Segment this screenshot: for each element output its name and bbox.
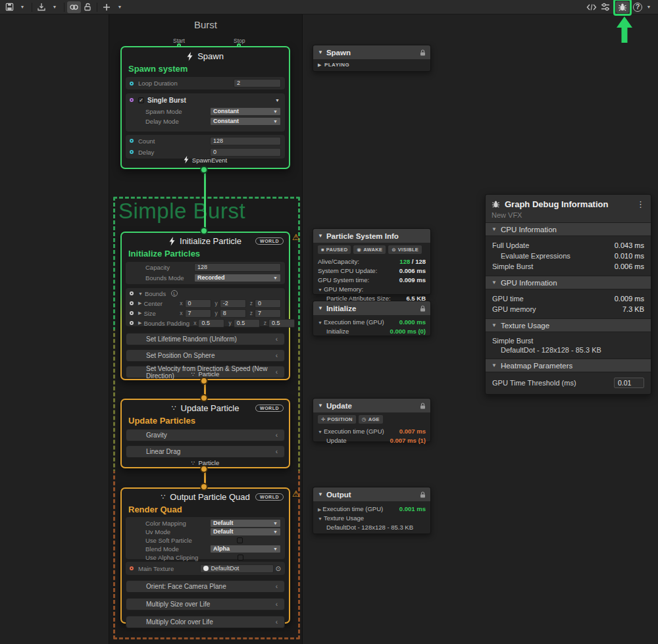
use-alpha-clipping-checkbox[interactable] xyxy=(238,555,243,560)
fold-icon[interactable]: ▼ xyxy=(318,516,324,521)
lock-icon[interactable] xyxy=(420,49,426,56)
fold-icon[interactable]: ▼ xyxy=(492,322,497,328)
color-mapping-dropdown[interactable]: Default▼ xyxy=(210,519,281,528)
update-node[interactable]: ∵ Update Particle WORLD Update Particles… xyxy=(120,399,290,468)
world-badge[interactable]: WORLD xyxy=(255,405,284,412)
help-button[interactable]: ? xyxy=(633,3,642,12)
size-y-field[interactable]: 8 xyxy=(220,309,246,318)
padding-z-field[interactable]: 0.5 xyxy=(268,319,295,328)
fold-icon[interactable]: ▶ xyxy=(138,310,141,316)
texture-usage-section[interactable]: ▼Texture Usage xyxy=(486,318,651,332)
kebab-menu-icon[interactable]: ⋮ xyxy=(636,199,645,209)
compile-dropdown[interactable]: ▼ xyxy=(48,1,61,13)
blend-mode-dropdown[interactable]: Alpha▼ xyxy=(210,545,281,553)
collapse-icon[interactable]: ‹ xyxy=(276,601,278,608)
space-toggle[interactable]: L xyxy=(171,290,178,297)
initialize-node[interactable]: Initialize Particle WORLD Initialize Par… xyxy=(120,232,290,380)
loop-duration-field[interactable]: 2 xyxy=(234,79,281,87)
fold-icon[interactable]: ▼ xyxy=(318,320,324,325)
update-output-port[interactable] xyxy=(201,466,207,472)
center-z-field[interactable]: 0 xyxy=(255,299,281,308)
block-linear-drag[interactable]: Linear Drag‹ xyxy=(126,445,285,458)
save-dropdown[interactable]: ▼ xyxy=(16,1,29,13)
fold-icon[interactable]: ▼ xyxy=(318,287,324,292)
spawn-output-port[interactable] xyxy=(201,167,207,172)
warning-icon[interactable]: ⚠ xyxy=(292,232,300,242)
bounds-mode-dropdown[interactable]: Recorded▼ xyxy=(194,274,281,282)
delay-mode-dropdown[interactable]: Constant▼ xyxy=(210,117,281,126)
start-port[interactable] xyxy=(177,43,181,47)
input-port[interactable] xyxy=(130,321,134,325)
fold-icon[interactable]: ▼ xyxy=(318,49,323,55)
fold-icon[interactable]: ▶ xyxy=(138,301,141,306)
fold-icon[interactable]: ▼ xyxy=(138,291,143,296)
add-button[interactable] xyxy=(100,1,113,13)
block-gravity[interactable]: Gravity‹ xyxy=(126,429,285,441)
system-group-label[interactable]: Simple Burst xyxy=(118,199,245,224)
compile-button[interactable] xyxy=(35,1,48,13)
lock-button[interactable] xyxy=(81,1,94,13)
spawn-mode-dropdown[interactable]: Constant▼ xyxy=(210,107,281,116)
debug-button[interactable] xyxy=(616,1,629,13)
uv-mode-dropdown[interactable]: Default▼ xyxy=(210,528,281,536)
fold-icon[interactable]: ▼ xyxy=(318,233,323,239)
input-port[interactable] xyxy=(130,82,134,86)
padding-x-field[interactable]: 0.5 xyxy=(198,319,224,328)
count-field[interactable]: 128 xyxy=(210,137,281,145)
link-toggle-button[interactable] xyxy=(67,1,81,13)
lock-icon[interactable] xyxy=(420,403,426,409)
fold-icon[interactable]: ▼ xyxy=(318,491,323,497)
fold-icon[interactable]: ▼ xyxy=(318,403,323,409)
input-port[interactable] xyxy=(130,566,134,570)
block-set-lifetime[interactable]: Set Lifetime Random (Uniform)‹ xyxy=(126,333,285,345)
initialize-input-port[interactable] xyxy=(201,228,207,234)
size-z-field[interactable]: 7 xyxy=(255,309,281,318)
gpu-information-section[interactable]: ▼GPU Information xyxy=(486,276,651,289)
collapse-icon[interactable]: ‹ xyxy=(276,352,278,359)
fold-icon[interactable]: ▼ xyxy=(318,305,323,311)
fold-icon[interactable]: ▼ xyxy=(492,280,497,285)
fold-icon[interactable]: ▼ xyxy=(318,430,324,434)
center-x-field[interactable]: 0 xyxy=(185,299,211,308)
world-badge[interactable]: WORLD xyxy=(255,493,284,501)
output-input-port[interactable] xyxy=(201,484,207,489)
gpu-time-threshold-field[interactable]: 0.01 xyxy=(614,378,644,388)
collapse-icon[interactable]: ‹ xyxy=(276,448,278,455)
play-icon[interactable]: ▶ xyxy=(318,62,322,68)
collapse-icon[interactable]: ‹ xyxy=(276,583,278,590)
single-burst-checkbox[interactable]: ✓ xyxy=(138,97,144,103)
input-port[interactable] xyxy=(130,139,134,143)
update-input-port[interactable] xyxy=(201,395,207,401)
input-port[interactable] xyxy=(130,291,134,295)
stop-port[interactable] xyxy=(237,43,241,47)
center-y-field[interactable]: -2 xyxy=(220,299,246,308)
lock-icon[interactable] xyxy=(420,305,426,312)
fold-icon[interactable]: ▼ xyxy=(492,226,497,232)
show-code-button[interactable] xyxy=(584,1,599,13)
padding-y-field[interactable]: 0.5 xyxy=(234,319,260,328)
block-orient[interactable]: Orient: Face Camera Plane‹ xyxy=(126,580,285,593)
block-set-position[interactable]: Set Position On Sphere‹ xyxy=(126,349,285,362)
block-multiply-size[interactable]: Multiply Size over Life‹ xyxy=(126,598,285,610)
input-port[interactable] xyxy=(130,150,134,154)
edge-spawn-initialize[interactable] xyxy=(204,168,206,234)
delay-field[interactable]: 0 xyxy=(210,148,281,157)
input-port[interactable] xyxy=(130,301,134,305)
object-picker-icon[interactable]: ⊙ xyxy=(276,565,281,572)
use-soft-particle-checkbox[interactable] xyxy=(237,537,243,543)
capacity-field[interactable]: 128 xyxy=(194,263,281,272)
warning-icon[interactable]: ⚠ xyxy=(292,489,300,499)
add-dropdown[interactable]: ▼ xyxy=(113,1,126,13)
save-button[interactable] xyxy=(3,1,16,13)
input-port[interactable] xyxy=(130,311,134,315)
chevron-down-icon[interactable]: ▼ xyxy=(275,98,280,103)
cpu-information-section[interactable]: ▼CPU Information xyxy=(486,222,651,236)
spawn-node[interactable]: Start Stop Spawn Spawn system Loop Durat… xyxy=(120,46,290,169)
initialize-output-port[interactable] xyxy=(201,378,207,384)
collapse-icon[interactable]: ‹ xyxy=(276,432,278,439)
collapse-icon[interactable]: ‹ xyxy=(276,618,278,626)
block-multiply-color[interactable]: Multiply Color over Life‹ xyxy=(126,616,285,628)
lock-icon[interactable] xyxy=(420,491,426,498)
fold-icon[interactable]: ▶ xyxy=(138,320,141,326)
output-node[interactable]: ∵ Output Particle Quad WORLD Render Quad… xyxy=(120,487,290,624)
